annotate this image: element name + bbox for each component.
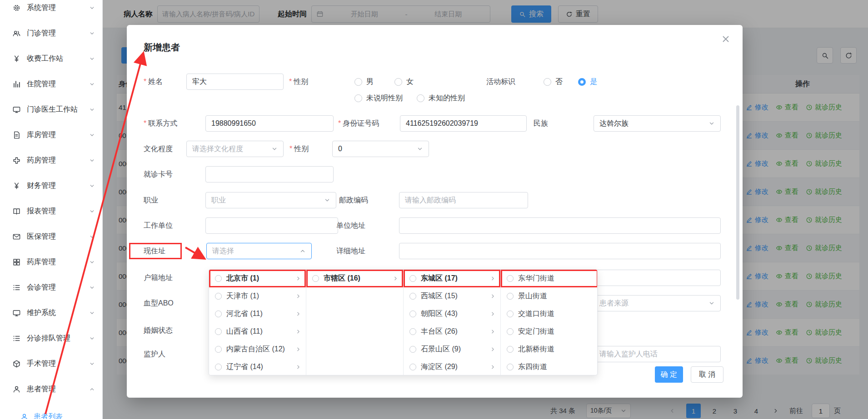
cascader-option[interactable]: 北京市 (1) xyxy=(209,270,306,287)
cascader-option[interactable]: 朝阳区 (43) xyxy=(404,305,500,323)
blood-type-label: 血型ABO xyxy=(144,295,174,311)
cascader-option[interactable]: 河北省 (11) xyxy=(209,305,306,323)
cascader-option-label: 丰台区 (26) xyxy=(421,327,485,336)
work-unit-field[interactable] xyxy=(205,217,338,234)
radio-icon xyxy=(409,346,416,353)
contact-field[interactable]: 19880991650 xyxy=(205,115,334,132)
id-number-field[interactable]: 411625192602039719 xyxy=(400,115,527,132)
person-icon xyxy=(20,413,29,419)
sidebar-item[interactable]: 门诊管理 xyxy=(0,20,102,46)
cascader-option[interactable]: 山西省 (11) xyxy=(209,323,306,340)
sidebar-item-label: 会诊管理 xyxy=(27,283,89,292)
detail-address-field[interactable] xyxy=(399,243,721,259)
card-field[interactable] xyxy=(205,166,334,182)
chevron-right-icon xyxy=(295,364,301,370)
cascader-option[interactable]: 海淀区 (29) xyxy=(404,358,500,375)
radio-icon xyxy=(215,311,222,317)
sidebar-item-patient-list[interactable]: 患者列表 xyxy=(0,405,102,419)
cascader-option[interactable]: 交道口街道 xyxy=(501,305,598,323)
queue-icon xyxy=(12,334,21,343)
cascader-option-label: 东城区 (17) xyxy=(421,274,485,283)
active-no-radio[interactable]: 否 xyxy=(544,74,563,90)
cascader-option[interactable]: 丰台区 (26) xyxy=(404,323,500,340)
chevron-up-icon xyxy=(89,386,95,392)
sidebar-item-label: 系统管理 xyxy=(27,3,89,13)
gender-unknown-radio[interactable]: 未知的性别 xyxy=(417,90,465,106)
chevron-down-icon xyxy=(89,335,95,341)
active-flag-label: 活动标识 xyxy=(486,74,515,90)
sidebar-item[interactable]: 药房管理 xyxy=(0,148,102,173)
sidebar-item-label: 财务管理 xyxy=(27,181,89,191)
chevron-down-icon xyxy=(89,208,95,214)
sidebar-item[interactable]: 系统管理 xyxy=(0,0,102,20)
occupation-select[interactable]: 职业 xyxy=(205,192,336,208)
active-yes-radio[interactable]: 是 xyxy=(578,74,597,90)
radio-icon xyxy=(354,78,362,86)
name-field[interactable]: 牢大 xyxy=(186,74,284,90)
cascader-option-label: 市辖区 (16) xyxy=(324,274,388,283)
radio-icon xyxy=(507,293,514,300)
cascader-option[interactable]: 内蒙古自治区 (12) xyxy=(209,340,306,358)
sidebar-item[interactable]: 会诊管理 xyxy=(0,275,102,300)
cascader-option[interactable]: 市辖区 (16) xyxy=(306,270,403,287)
cascader-option[interactable]: 东四街道 xyxy=(501,358,598,375)
cascader-option[interactable]: 石景山区 (9) xyxy=(404,340,500,358)
radio-icon xyxy=(215,275,222,282)
gender-unstated-radio[interactable]: 未说明性别 xyxy=(354,90,403,106)
chevron-down-icon xyxy=(89,361,95,367)
sidebar-item[interactable]: 医保管理 xyxy=(0,224,102,249)
cancel-button[interactable]: 取 消 xyxy=(691,366,723,383)
cascader-option[interactable]: 西城区 (15) xyxy=(404,287,500,305)
sidebar-item[interactable]: 药库管理 xyxy=(0,249,102,275)
sidebar-item[interactable]: 门诊医生工作站 xyxy=(0,97,102,122)
guardian-phone-field[interactable]: 请输入监护人电话 xyxy=(594,346,721,362)
current-address-cascader-select[interactable]: 请选择 xyxy=(206,243,312,259)
patient-source-select[interactable]: 患者来源 xyxy=(594,295,721,311)
sidebar-item[interactable]: 财务管理 xyxy=(0,173,102,198)
sidebar-item[interactable]: 分诊排队管理 xyxy=(0,325,102,351)
chevron-down-icon xyxy=(89,259,95,265)
chevron-down-icon xyxy=(271,146,278,152)
close-icon[interactable] xyxy=(721,34,731,44)
gender2-label: *性别 xyxy=(289,141,309,157)
sidebar-item[interactable]: 手术管理 xyxy=(0,351,102,376)
sidebar-item[interactable]: 收费工作站 xyxy=(0,46,102,71)
cascader-option[interactable]: 天津市 (1) xyxy=(209,287,306,305)
cascader-option-label: 石景山区 (9) xyxy=(421,345,485,354)
chevron-right-icon xyxy=(490,346,496,352)
cascader-option-label: 安定门街道 xyxy=(518,327,594,336)
chevron-right-icon xyxy=(490,293,496,299)
monitor-icon xyxy=(12,309,21,317)
chevron-down-icon xyxy=(324,197,330,203)
postal-field[interactable]: 请输入邮政编码 xyxy=(399,192,528,208)
radio-icon xyxy=(409,293,416,300)
cascader-option[interactable]: 辽宁省 (14) xyxy=(209,358,306,375)
gender-female-radio[interactable]: 女 xyxy=(394,74,414,90)
cascader-option[interactable]: 北新桥街道 xyxy=(501,340,598,358)
modal-scrollbar-thumb[interactable] xyxy=(736,105,739,300)
unit-address-field[interactable] xyxy=(399,217,721,234)
cascader-option-label: 北京市 (1) xyxy=(226,274,291,283)
chevron-down-icon xyxy=(708,120,715,127)
cascader-column: 北京市 (1)天津市 (1)河北省 (11)山西省 (11)内蒙古自治区 (12… xyxy=(209,270,306,375)
cascader-option[interactable]: 东城区 (17) xyxy=(404,270,500,287)
sidebar-item[interactable]: 维护系统 xyxy=(0,300,102,325)
sidebar-item-label: 医保管理 xyxy=(27,232,89,242)
confirm-button[interactable]: 确 定 xyxy=(655,366,683,383)
cascader-option-label: 景山街道 xyxy=(518,291,594,301)
cascader-option-label: 内蒙古自治区 (12) xyxy=(226,345,291,354)
sidebar-item[interactable]: 报表管理 xyxy=(0,198,102,224)
cascader-option[interactable]: 安定门街道 xyxy=(501,323,598,340)
sidebar-item[interactable]: 患者管理 xyxy=(0,376,102,402)
gender2-select[interactable]: 0 xyxy=(332,141,429,157)
sidebar-item-label: 门诊医生工作站 xyxy=(27,105,89,114)
education-select[interactable]: 请选择文化程度 xyxy=(186,141,284,157)
sidebar-item[interactable]: 库房管理 xyxy=(0,122,102,148)
yen-icon xyxy=(12,54,21,63)
ethnic-select[interactable]: 达斡尔族 xyxy=(594,115,721,132)
gender-male-radio[interactable]: 男 xyxy=(354,74,374,90)
cascader-option[interactable]: 东华门街道 xyxy=(501,270,598,287)
chevron-down-icon xyxy=(89,132,95,138)
sidebar-item[interactable]: 住院管理 xyxy=(0,71,102,97)
cascader-option[interactable]: 景山街道 xyxy=(501,287,598,305)
